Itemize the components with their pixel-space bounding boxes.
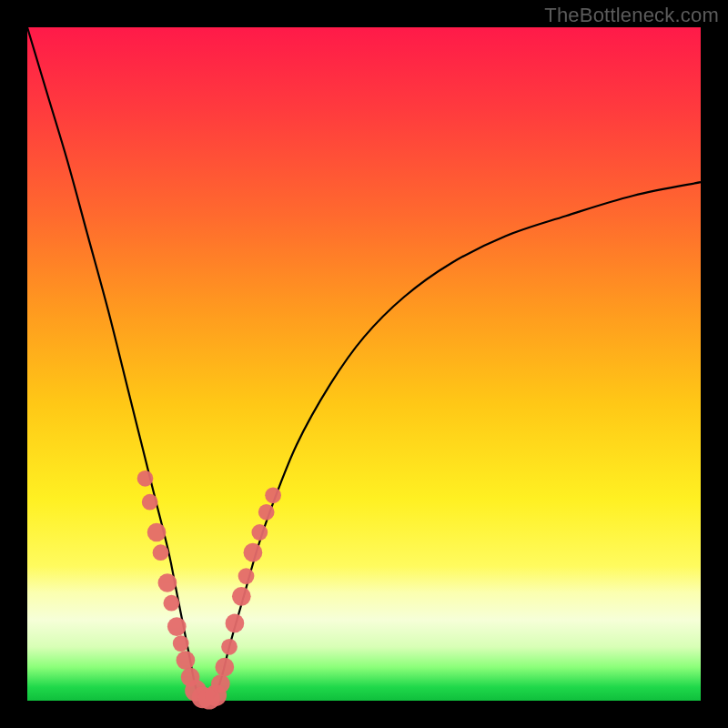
data-marker (226, 614, 245, 633)
curve-right (209, 182, 701, 701)
data-markers (137, 470, 281, 710)
data-marker (265, 487, 281, 503)
data-marker (167, 617, 187, 636)
data-marker (153, 544, 169, 561)
data-marker (238, 568, 255, 584)
data-marker (173, 635, 189, 652)
data-marker (215, 658, 234, 677)
data-marker (158, 573, 177, 592)
curve-left (27, 27, 209, 702)
data-marker (163, 595, 179, 612)
watermark-text: TheBottleneck.com (544, 4, 719, 27)
data-marker (211, 674, 230, 693)
data-marker (177, 651, 196, 670)
data-marker (221, 639, 238, 655)
data-marker (137, 470, 154, 487)
chart-frame: TheBottleneck.com (0, 0, 728, 728)
data-marker (251, 524, 268, 541)
data-marker (258, 504, 275, 521)
data-marker (232, 587, 251, 606)
curve-layer (27, 27, 701, 701)
plot-area (27, 27, 701, 701)
data-marker (142, 494, 158, 511)
data-marker (147, 523, 167, 542)
data-marker (244, 543, 263, 562)
